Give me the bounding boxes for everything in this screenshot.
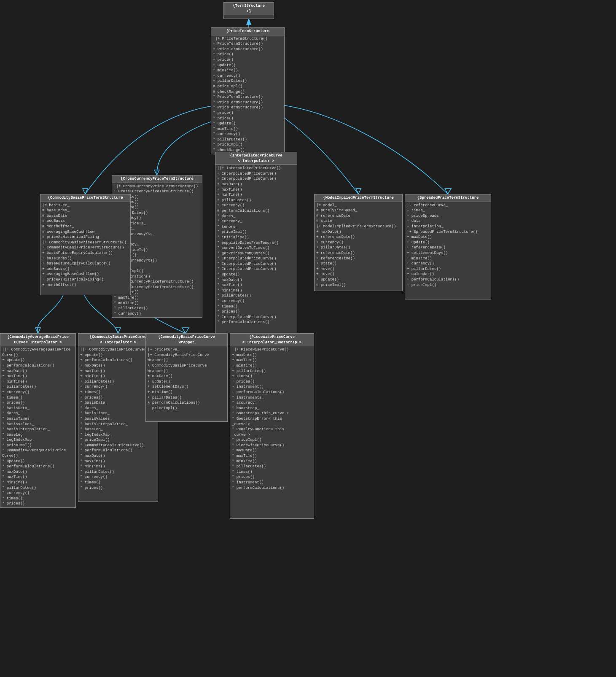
uml-box-pricetermstructure: {PriceTermStructure||+ PriceTermStructur… (211, 27, 285, 154)
box-body-pricetermstructure: ||+ PriceTermStructure() + PriceTermStru… (211, 35, 284, 154)
uml-box-piecewisepricecurve: {PiecewisePriceCurve < Interpolator_Boot… (230, 333, 314, 519)
box-title-pricetermstructure: {PriceTermStructure (211, 28, 284, 35)
uml-box-termstructure: {TermStructure I} (223, 2, 274, 19)
svg-marker-11 (116, 328, 121, 333)
box-title-piecewisepricecurve: {PiecewisePriceCurve < Interpolator_Boot… (230, 334, 314, 346)
box-body-commoditybasispricetermstructure: |# basisFec_ # baseIndex_ # basisDate_ #… (40, 202, 130, 289)
box-title-crosscurrencypricetermstructure: {CrossCurrencyPriceTermStructure (112, 175, 202, 183)
uml-box-commodityaveragebasispricesurface: {CommodityAverageBasisPrice Curve< Inter… (0, 333, 76, 508)
uml-box-interpolatedpricecurve: {InterpolatedPriceCurve < Interpolator >… (215, 152, 297, 333)
svg-marker-10 (35, 328, 40, 333)
uml-box-modelimpliedpricetermstructure: {ModelImpliedPriceTermStructure|# model_… (314, 194, 403, 291)
svg-marker-12 (182, 328, 189, 333)
box-body-interpolatedpricecurve: ||+ InterpolatedPriceCurve() + Interpola… (215, 165, 297, 326)
svg-marker-4 (154, 170, 159, 175)
uml-box-commoditybasispricecurvewrapper: {CommodityBasisPriceCurve Wrapper|- pric… (145, 333, 228, 422)
box-title-commoditybasispricecurvewrapper: {CommodityBasisPriceCurve Wrapper (146, 334, 227, 346)
box-body-modelimpliedpricetermstructure: |# model_ # purelyTimeBased_ # reference… (315, 202, 402, 289)
svg-marker-7 (445, 189, 451, 194)
svg-marker-5 (83, 189, 88, 194)
uml-box-spreadedpricetermstructure: {SpreadedPriceTermStructure|- referenceC… (405, 194, 491, 299)
box-title-commoditybasispricetermstructure: {CommodityBasisPriceTermStructure (40, 194, 130, 202)
svg-marker-6 (356, 189, 361, 194)
svg-marker-1 (247, 19, 251, 24)
box-title-interpolatedpricecurve: {InterpolatedPriceCurve < Interpolator > (215, 152, 297, 165)
uml-box-commoditybasispricetermstructure: {CommodityBasisPriceTermStructure|# basi… (40, 194, 131, 295)
box-title-termstructure: {TermStructure I} (224, 3, 274, 15)
box-title-commodityaveragebasispricesurface: {CommodityAverageBasisPrice Curve< Inter… (0, 334, 75, 346)
box-title-modelimpliedpricetermstructure: {ModelImpliedPriceTermStructure (315, 194, 402, 202)
box-body-spreadedpricetermstructure: |- referenceCurve_ - times_ - priceSprea… (405, 202, 491, 289)
box-title-spreadedpricetermstructure: {SpreadedPriceTermStructure (405, 194, 491, 202)
box-body-commoditybasispricecurvewrapper: |- priceCurve_ |+ CommodityBasisPriceCur… (146, 346, 227, 412)
box-body-piecewisepricecurve: ||+ PiecewisePriceCurve() + maxDate() + … (230, 346, 314, 491)
diagram-container: {TermStructure I}{PriceTermStructure||+ … (0, 0, 616, 677)
box-body-commodityaveragebasispricesurface: ||+ CommodityAverageBasisPrice Curve() +… (0, 346, 75, 507)
